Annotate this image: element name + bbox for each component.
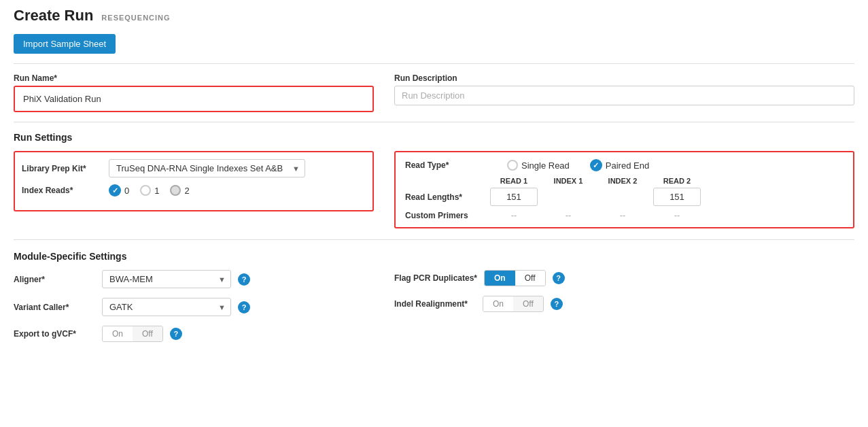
export-gvcf-off[interactable]: Off [133, 326, 162, 341]
custom-primers-label: Custom Primers [405, 211, 487, 220]
index-reads-option-1[interactable]: 1 [140, 185, 159, 196]
run-settings-title: Run Settings [14, 132, 854, 143]
custom-primers-index2: -- [595, 210, 650, 220]
export-gvcf-toggle[interactable]: On Off [102, 326, 163, 342]
aligner-info-icon[interactable]: ? [238, 273, 250, 286]
flag-pcr-off[interactable]: Off [515, 271, 545, 286]
index-reads-checked-icon [109, 184, 121, 197]
divider-mid2 [14, 239, 854, 240]
run-name-box [14, 86, 374, 112]
read-length-read1-input[interactable] [490, 188, 538, 206]
export-gvcf-on[interactable]: On [103, 326, 133, 341]
read-type-box: Read Type* Single Read Paired End READ 1… [394, 151, 854, 228]
import-sample-sheet-button[interactable]: Import Sample Sheet [14, 34, 116, 54]
run-description-label: Run Description [394, 73, 854, 83]
aligner-label: Aligner* [14, 275, 95, 284]
read-type-label: Read Type* [405, 160, 487, 170]
divider-mid1 [14, 122, 854, 122]
run-description-input[interactable] [394, 86, 854, 105]
page-title: Create Run [14, 7, 93, 24]
col-header-index2: INDEX 2 [595, 177, 650, 185]
module-settings-title: Module-Specific Settings [14, 251, 854, 262]
indel-realignment-toggle[interactable]: On Off [483, 296, 544, 312]
indel-realignment-info-icon[interactable]: ? [551, 298, 563, 310]
single-read-option[interactable]: Single Read [507, 160, 570, 171]
indel-realignment-off[interactable]: Off [513, 296, 543, 311]
variant-caller-info-icon[interactable]: ? [238, 301, 250, 313]
index-reads-label-1: 1 [154, 186, 159, 196]
library-prep-kit-select[interactable]: TruSeq DNA-RNA Single Indexes Set A&B [109, 159, 305, 177]
paired-end-checked-icon [590, 159, 602, 171]
custom-primers-read1: -- [487, 210, 541, 220]
index-reads-option-0[interactable]: 0 [109, 184, 129, 197]
page-badge: RESEQUENCING [101, 14, 170, 22]
paired-end-text: Paired End [606, 160, 649, 171]
single-read-text: Single Read [521, 160, 570, 171]
divider-top [14, 63, 854, 64]
aligner-select[interactable]: BWA-MEM [102, 270, 231, 288]
index-reads-radio-1 [140, 185, 151, 196]
index-reads-label-0: 0 [124, 186, 129, 196]
flag-pcr-toggle[interactable]: On Off [484, 270, 545, 286]
paired-end-option[interactable]: Paired End [590, 159, 649, 171]
indel-realignment-on[interactable]: On [483, 296, 513, 311]
custom-primers-read2: -- [650, 210, 704, 220]
indel-realignment-label: Indel Realignment* [394, 299, 476, 309]
flag-pcr-info-icon[interactable]: ? [553, 272, 565, 284]
flag-pcr-label: Flag PCR Duplicates* [394, 273, 477, 283]
index-reads-option-2[interactable]: 2 [170, 185, 189, 196]
col-header-read1: READ 1 [487, 177, 541, 185]
run-name-input[interactable] [20, 92, 367, 105]
variant-caller-label: Variant Caller* [14, 303, 95, 312]
index-reads-group: 0 1 2 [109, 184, 190, 197]
library-prep-kit-wrapper: TruSeq DNA-RNA Single Indexes Set A&B ▼ [109, 159, 305, 177]
export-gvcf-info-icon[interactable]: ? [170, 328, 182, 340]
index-reads-label-2: 2 [184, 186, 189, 196]
run-name-label: Run Name* [14, 73, 374, 83]
read-length-read2-cell [650, 188, 704, 206]
index-reads-radio-2 [170, 185, 181, 196]
export-gvcf-label: Export to gVCF* [14, 329, 95, 339]
col-header-read2: READ 2 [650, 177, 704, 185]
read-lengths-label: Read Lengths* [405, 192, 487, 202]
index-reads-label: Index Reads* [22, 186, 103, 195]
flag-pcr-on[interactable]: On [485, 271, 515, 286]
aligner-wrapper: BWA-MEM ▼ [102, 270, 231, 288]
custom-primers-index1: -- [541, 210, 595, 220]
read-length-read1-cell [487, 188, 541, 206]
col-header-index1: INDEX 1 [541, 177, 595, 185]
single-read-radio [507, 160, 518, 171]
run-settings-left-box: Library Prep Kit* TruSeq DNA-RNA Single … [14, 151, 374, 211]
library-prep-kit-label: Library Prep Kit* [22, 164, 103, 173]
variant-caller-select[interactable]: GATK [102, 298, 231, 316]
variant-caller-wrapper: GATK ▼ [102, 298, 231, 316]
read-length-read2-input[interactable] [653, 188, 701, 206]
